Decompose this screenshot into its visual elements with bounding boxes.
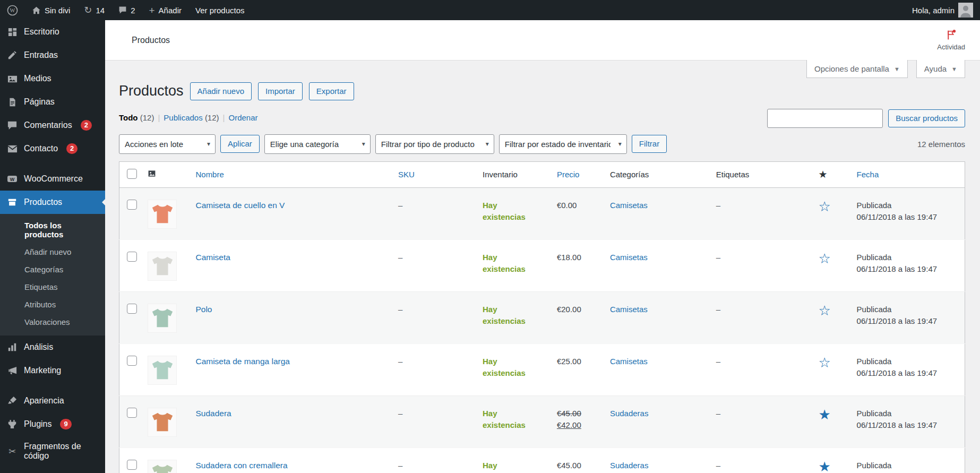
sidebar-item-snippets[interactable]: ✂ Fragmentos de código [0, 436, 105, 467]
category-link[interactable]: Camisetas [610, 357, 648, 366]
view-sort-link[interactable]: Ordenar [228, 113, 257, 122]
import-button[interactable]: Importar [258, 82, 303, 100]
bulk-actions-select[interactable]: Acciones en lote [119, 134, 216, 154]
row-checkbox[interactable] [127, 408, 137, 418]
apply-button[interactable]: Aplicar [220, 135, 260, 153]
wp-logo-button[interactable]: W [0, 0, 25, 20]
comments-indicator[interactable]: 2 [111, 0, 142, 20]
scissors-icon: ✂ [6, 445, 18, 457]
row-checkbox[interactable] [127, 460, 137, 470]
search-input[interactable] [767, 109, 883, 128]
products-submenu: Todos los productos Añadir nuevo Categor… [0, 214, 105, 336]
add-new-button[interactable]: Añadir nuevo [190, 82, 252, 100]
stock-status: Hay existencias [483, 304, 531, 327]
submenu-all-products[interactable]: Todos los productos [0, 217, 105, 243]
stock-column-header: Inventario [477, 161, 552, 187]
select-all-checkbox[interactable] [127, 169, 137, 179]
export-button[interactable]: Exportar [309, 82, 354, 100]
row-checkbox[interactable] [127, 200, 137, 210]
product-thumbnail[interactable] [148, 460, 177, 473]
submenu-categories[interactable]: Categorías [0, 261, 105, 278]
category-link[interactable]: Sudaderas [610, 409, 649, 418]
submenu-tags[interactable]: Etiquetas [0, 278, 105, 296]
view-products-link[interactable]: Ver productos [188, 0, 252, 20]
price: €25.00 [557, 357, 581, 366]
sidebar-item-label: Medios [24, 74, 51, 83]
featured-toggle[interactable] [819, 459, 831, 473]
row-checkbox[interactable] [127, 304, 137, 314]
row-checkbox[interactable] [127, 252, 137, 262]
product-thumbnail[interactable] [148, 200, 177, 229]
add-new-menu[interactable]: + Añadir [142, 0, 188, 20]
featured-toggle[interactable] [819, 355, 831, 371]
filters-row: Acciones en lote Aplicar Elige una categ… [119, 134, 965, 154]
submenu-attributes[interactable]: Atributos [0, 296, 105, 313]
product-name-link[interactable]: Sudadera [195, 409, 231, 418]
items-count: 12 elementos [917, 140, 965, 149]
product-thumbnail[interactable] [148, 304, 177, 333]
sidebar-item-label: WooCommerce [24, 174, 83, 184]
sort-by-name[interactable]: Nombre [195, 170, 223, 179]
dashboard-icon [6, 26, 18, 38]
sidebar-item-woocommerce[interactable]: W WooCommerce [0, 167, 105, 191]
search-products-button[interactable]: Buscar productos [888, 109, 965, 127]
publish-date: 06/11/2018 a las 19:47 [857, 211, 959, 223]
product-name-link[interactable]: Camiseta de manga larga [195, 357, 290, 366]
megaphone-icon [6, 365, 18, 376]
filter-button[interactable]: Filtrar [632, 135, 667, 153]
product-thumbnail[interactable] [148, 356, 177, 385]
sidebar-item-dashboard[interactable]: Escritorio [0, 20, 105, 44]
sidebar-item-products[interactable]: Productos [0, 191, 105, 214]
featured-toggle[interactable] [819, 199, 831, 214]
sidebar-item-marketing[interactable]: Marketing [0, 359, 105, 382]
category-link[interactable]: Camisetas [610, 253, 648, 262]
product-name-link[interactable]: Camiseta de cuello en V [195, 201, 285, 210]
sidebar-item-media[interactable]: Medios [0, 67, 105, 90]
view-all-link[interactable]: Todo (12) [119, 113, 154, 122]
screen-options-tab[interactable]: Opciones de pantalla ▼ [806, 60, 908, 78]
account-menu[interactable]: Hola, admin [905, 0, 980, 20]
product-name-link[interactable]: Sudadera con cremallera [195, 461, 287, 470]
updates-indicator[interactable]: ↻ 14 [77, 0, 111, 20]
activity-button[interactable]: Actividad [937, 29, 965, 51]
category-link[interactable]: Camisetas [610, 201, 648, 210]
submenu-reviews[interactable]: Valoraciones [0, 313, 105, 331]
featured-toggle[interactable] [819, 407, 831, 423]
product-type-select[interactable]: Filtrar por tipo de producto [375, 134, 494, 154]
publish-status: Publicada [857, 460, 959, 471]
product-name-link[interactable]: Camiseta [195, 253, 230, 262]
sidebar-item-analytics[interactable]: Análisis [0, 336, 105, 359]
sort-by-date[interactable]: Fecha [857, 170, 879, 179]
sidebar-item-contact[interactable]: Contacto 2 [0, 137, 105, 160]
publish-date: 06/11/2018 a las 19:47 [857, 367, 959, 379]
featured-toggle[interactable] [819, 303, 831, 319]
product-thumbnail[interactable] [148, 252, 177, 281]
sort-by-price[interactable]: Precio [557, 170, 580, 179]
svg-text:W: W [10, 177, 15, 182]
sidebar-item-pages[interactable]: Páginas [0, 90, 105, 114]
price: €45.00 [557, 461, 581, 470]
sort-by-sku[interactable]: SKU [398, 170, 415, 179]
stock-status-select[interactable]: Filtrar por estado de inventario [499, 134, 627, 154]
sidebar-item-appearance[interactable]: Apariencia [0, 389, 105, 412]
help-tab[interactable]: Ayuda ▼ [916, 60, 965, 78]
product-name-link[interactable]: Polo [195, 305, 212, 314]
sidebar-item-comments[interactable]: Comentarios 2 [0, 114, 105, 137]
comments-count: 2 [131, 6, 135, 15]
breadcrumb[interactable]: Productos [132, 36, 170, 45]
site-name-button[interactable]: Sin divi [25, 0, 77, 20]
sidebar-item-posts[interactable]: Entradas [0, 44, 105, 67]
view-filters: Todo (12)|Publicados (12)|Ordenar [119, 109, 258, 122]
contact-badge: 2 [66, 143, 78, 154]
tags-value: – [711, 448, 813, 473]
category-link[interactable]: Sudaderas [610, 461, 649, 470]
category-link[interactable]: Camisetas [610, 305, 648, 314]
category-select[interactable]: Elige una categoría [264, 134, 371, 154]
row-checkbox[interactable] [127, 356, 137, 366]
featured-toggle[interactable] [819, 251, 831, 266]
product-thumbnail[interactable] [148, 408, 177, 437]
submenu-add-new[interactable]: Añadir nuevo [0, 243, 105, 261]
page-wrap: Productos Añadir nuevo Importar Exportar… [105, 60, 980, 473]
sidebar-item-plugins[interactable]: Plugins 9 [0, 412, 105, 436]
view-published-link[interactable]: Publicados (12) [164, 113, 219, 122]
